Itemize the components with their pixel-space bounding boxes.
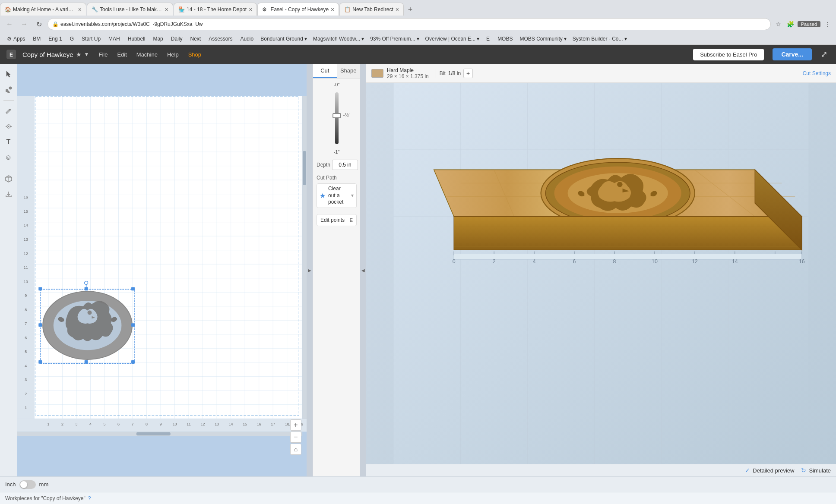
add-bit-button[interactable]: + [463, 69, 473, 78]
bookmark-star-icon[interactable]: ☆ [773, 19, 784, 29]
bookmark-overview-label: Overview | Ocean E... [425, 36, 476, 42]
toggle-thumb [20, 481, 27, 488]
canvas-svg[interactable]: 1 2 3 4 5 6 7 8 9 10 11 12 13 14 15 16 1 [17, 64, 307, 476]
cut-path-option[interactable]: ★ Clear out a pocket ▾ [317, 183, 357, 208]
svg-rect-62 [131, 287, 135, 290]
nav-help[interactable]: Help [166, 50, 180, 60]
node-tool-button[interactable] [2, 120, 16, 133]
emoji-tool-button[interactable]: ☺ [2, 151, 16, 164]
bookmark-eng[interactable]: Eng 1 [45, 35, 65, 43]
canvas-area: 1 2 3 4 5 6 7 8 9 10 11 12 13 14 15 16 1 [17, 64, 307, 476]
bookmark-apps[interactable]: ⚙ Apps [3, 35, 28, 43]
depth-input-field[interactable] [332, 160, 358, 170]
edit-points-button[interactable]: Edit points E [317, 214, 357, 226]
shape-tool-button[interactable] [2, 83, 16, 97]
title-dropdown-icon[interactable]: ▼ [84, 51, 89, 57]
toolbar-separator-1 [3, 100, 14, 101]
address-bar-row: ← → ↻ 🔒 easel.inventables.com/projects/W… [0, 16, 836, 33]
preview-3d-canvas[interactable]: 0 2 4 6 8 10 12 14 16 [366, 83, 836, 464]
bookmark-bondurant[interactable]: Bondurant Ground▾ [258, 35, 310, 43]
bookmark-mobs-community[interactable]: MOBS Community▾ [517, 35, 569, 43]
edit-points-shortcut: E [350, 217, 353, 223]
zoom-out-button[interactable]: − [290, 432, 301, 443]
zoom-in-button[interactable]: + [290, 419, 301, 431]
simulate-button[interactable]: ↻ Simulate [801, 467, 831, 474]
expand-icon[interactable]: ⤢ [817, 47, 831, 61]
new-tab-button[interactable]: + [404, 3, 416, 16]
bookmark-audio-label: Audio [241, 36, 254, 42]
tab-2-close[interactable]: × [165, 6, 168, 13]
tab-5[interactable]: 📋 New Tab Redirect × [339, 3, 404, 16]
browser-chrome: 🏠 Making At Home - A variety of p... × 🔧… [0, 0, 836, 45]
bookmark-hubbell[interactable]: Hubbell [124, 35, 149, 43]
expand-right-panel-button[interactable]: ◀ [360, 64, 366, 476]
pen-icon [5, 107, 13, 115]
bookmark-map-label: Map [153, 36, 163, 42]
forward-button[interactable]: → [18, 18, 30, 30]
tab-4[interactable]: ⚙ Easel - Copy of Hawkeye × [257, 3, 339, 16]
bookmark-mah[interactable]: MAH [105, 35, 124, 43]
nav-machine[interactable]: Machine [136, 50, 158, 60]
bookmark-g[interactable]: G [66, 35, 77, 43]
tab-3[interactable]: 🏪 14 - 18 - The Home Depot × [174, 3, 257, 16]
svg-rect-64 [131, 360, 135, 364]
select-tool-button[interactable] [2, 67, 16, 81]
tab-shape[interactable]: Shape [337, 64, 361, 78]
bookmark-e[interactable]: E [483, 35, 493, 43]
bookmark-mobs[interactable]: MOBS [494, 35, 516, 43]
app-logo-button[interactable]: E [5, 48, 17, 60]
zoom-fit-button[interactable]: ⌂ [290, 444, 301, 455]
tab-3-close[interactable]: × [249, 6, 252, 13]
bookmark-bm[interactable]: BM [29, 35, 44, 43]
nav-edit[interactable]: Edit [116, 50, 127, 60]
tab-5-close[interactable]: × [396, 6, 399, 13]
tab-cut[interactable]: Cut [313, 64, 337, 78]
back-button[interactable]: ← [3, 18, 16, 30]
tab-4-favicon: ⚙ [262, 6, 268, 13]
cursor-icon [5, 70, 13, 78]
workpieces-help-icon[interactable]: ? [88, 495, 91, 501]
bookmark-daily[interactable]: Daily [168, 35, 186, 43]
bookmark-overview[interactable]: Overview | Ocean E...▾ [423, 35, 482, 43]
browser-menu-icon[interactable]: ⋮ [822, 19, 833, 29]
cut-settings-button[interactable]: Cut Settings [803, 70, 831, 76]
node-icon [5, 123, 13, 130]
bookmark-system-builder[interactable]: System Builder - Co...▾ [570, 35, 630, 43]
pen-tool-button[interactable] [2, 104, 16, 118]
svg-text:14: 14 [732, 258, 738, 265]
bookmark-magswitch[interactable]: Magswitch Woodw...▾ [310, 35, 367, 43]
detailed-preview-button[interactable]: ✓ Detailed preview [745, 467, 794, 474]
reload-button[interactable]: ↻ [33, 18, 45, 30]
nav-file[interactable]: File [98, 50, 108, 60]
svg-text:12: 12 [24, 252, 28, 256]
tab-2[interactable]: 🔧 Tools I use - Like To Make Stuff × [87, 3, 173, 16]
subscribe-button[interactable]: Subscribe to Easel Pro [693, 49, 764, 60]
text-tool-button[interactable]: T [2, 135, 16, 149]
bookmark-startup[interactable]: Start Up [78, 35, 104, 43]
carve-button[interactable]: Carve... [773, 48, 812, 60]
depth-bottom-label: -1" [334, 149, 340, 154]
nav-shop[interactable]: Shop [187, 50, 202, 60]
collapse-panel-button[interactable]: ▶ [307, 64, 313, 476]
tab-1-close[interactable]: × [78, 6, 82, 13]
extensions-icon[interactable]: 🧩 [785, 19, 796, 29]
material-swatch[interactable] [371, 69, 383, 78]
tab-4-close[interactable]: × [331, 6, 334, 13]
bookmark-e-label: E [486, 36, 490, 42]
bookmark-premium[interactable]: 93% Off Premium...▾ [367, 35, 421, 43]
cut-path-dropdown-icon[interactable]: ▾ [351, 192, 354, 198]
bookmark-map[interactable]: Map [149, 35, 166, 43]
tab-1-title: Making At Home - A variety of p... [13, 6, 76, 13]
import-button[interactable] [2, 187, 16, 201]
svg-text:12: 12 [201, 422, 205, 426]
tab-2-title: Tools I use - Like To Make Stuff [100, 6, 163, 13]
unit-toggle-switch[interactable] [19, 480, 36, 489]
tab-1[interactable]: 🏠 Making At Home - A variety of p... × [0, 3, 86, 16]
3d-view-button[interactable] [2, 172, 16, 186]
bookmark-audio[interactable]: Audio [237, 35, 257, 43]
depth-slider-thumb[interactable] [332, 113, 341, 118]
depth-slider-track[interactable]: -½" [335, 92, 339, 144]
address-bar[interactable]: 🔒 easel.inventables.com/projects/W3s0C_-… [48, 18, 771, 30]
bookmark-next[interactable]: Next [187, 35, 204, 43]
bookmark-assessors[interactable]: Assessors [205, 35, 236, 43]
